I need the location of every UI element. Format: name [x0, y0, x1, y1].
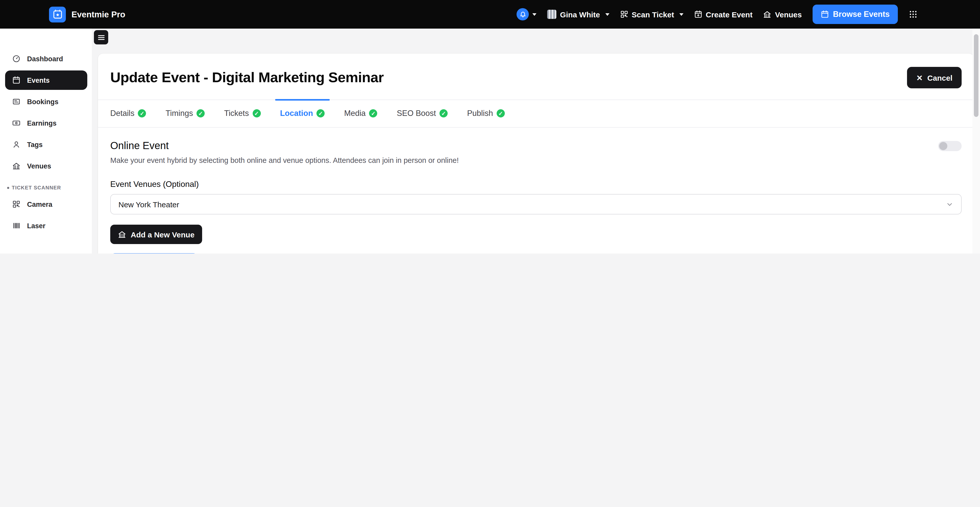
check-circle-icon	[197, 109, 205, 118]
vertical-scrollbar[interactable]	[972, 29, 980, 254]
add-venue-button[interactable]: Add a New Venue	[110, 225, 202, 244]
navbar-actions: Gina White Scan Ticket Create Event	[517, 5, 918, 24]
chevron-down-icon	[946, 200, 953, 208]
sidebar-item-label: Venues	[27, 162, 51, 170]
chevron-down-icon	[679, 13, 683, 16]
brand-logo-icon	[49, 6, 66, 22]
top-navbar: Eventmie Pro Gina White Scan T	[0, 0, 980, 29]
sidebar-item-label: Tags	[27, 141, 43, 148]
add-venue-label: Add a New Venue	[130, 230, 194, 239]
sidebar-section-ticket-scanner: Ticket Scanner	[7, 185, 87, 190]
scrollbar-thumb[interactable]	[974, 34, 978, 117]
check-circle-icon	[439, 109, 448, 118]
bookings-icon	[12, 97, 21, 106]
building-icon	[118, 230, 126, 238]
tab-label: SEO Boost	[397, 109, 436, 118]
sidebar-section-label: Ticket Scanner	[12, 185, 61, 190]
person-icon	[12, 140, 21, 148]
create-event-label: Create Event	[706, 10, 752, 19]
app-window: Eventmie Pro Gina White Scan T	[0, 0, 980, 254]
brand[interactable]: Eventmie Pro	[49, 6, 125, 22]
gauge-icon	[12, 55, 21, 63]
venue-select[interactable]: New York Theater	[110, 194, 962, 214]
page-title: Update Event - Digital Marketing Seminar	[110, 69, 383, 86]
sidebar-item-venues[interactable]: Venues	[5, 156, 87, 175]
sidebar-item-camera[interactable]: Camera	[5, 195, 87, 214]
sidebar-item-laser[interactable]: Laser	[5, 216, 87, 235]
sidebar: Dashboard Events Bookings Earnings	[0, 29, 92, 254]
calendar-plus-icon	[694, 10, 702, 18]
hamburger-icon	[97, 33, 105, 41]
online-event-title: Online Event	[110, 140, 169, 151]
sidebar-item-earnings[interactable]: Earnings	[5, 113, 87, 133]
tab-label: Location	[280, 109, 313, 118]
create-event-link[interactable]: Create Event	[694, 10, 752, 19]
tab-label: Tickets	[224, 109, 249, 118]
banknote-icon	[12, 119, 21, 127]
sidebar-item-label: Bookings	[27, 98, 59, 105]
save-changes-button[interactable]: Save Changes	[110, 253, 198, 254]
venue-select-value: New York Theater	[118, 200, 179, 209]
tab-label: Media	[344, 109, 366, 118]
building-icon	[12, 162, 21, 170]
qr-icon	[12, 200, 21, 208]
user-menu[interactable]: Gina White	[547, 10, 609, 19]
check-circle-icon	[252, 109, 261, 118]
chevron-down-icon	[605, 13, 609, 16]
tab-label: Publish	[467, 109, 493, 118]
close-icon: ✕	[916, 74, 923, 81]
sidebar-item-tags[interactable]: Tags	[5, 135, 87, 154]
wizard-tabs: Details Timings Tickets Location	[98, 100, 974, 128]
user-avatar	[547, 10, 556, 19]
sidebar-toggle-button[interactable]	[94, 30, 108, 45]
tab-timings[interactable]: Timings	[165, 109, 205, 118]
calendar-icon	[12, 76, 21, 84]
tab-media[interactable]: Media	[344, 109, 377, 118]
tab-publish[interactable]: Publish	[467, 109, 505, 118]
tab-label: Details	[110, 109, 135, 118]
scan-ticket-label: Scan Ticket	[632, 10, 674, 19]
user-name: Gina White	[560, 10, 600, 19]
check-circle-icon	[317, 109, 325, 118]
sidebar-item-label: Dashboard	[27, 55, 63, 62]
scan-ticket-menu[interactable]: Scan Ticket	[620, 10, 683, 19]
browse-events-button[interactable]: Browse Events	[813, 5, 898, 24]
tab-label: Timings	[165, 109, 193, 118]
cancel-label: Cancel	[928, 73, 953, 82]
tab-tickets[interactable]: Tickets	[224, 109, 261, 118]
apps-grid-icon[interactable]	[908, 10, 918, 19]
main-content: Update Event - Digital Marketing Seminar…	[92, 29, 980, 254]
cancel-button[interactable]: ✕ Cancel	[907, 67, 962, 88]
location-tab-panel: Online Event Make your event hybrid by s…	[98, 128, 974, 254]
sidebar-item-bookings[interactable]: Bookings	[5, 92, 87, 111]
sidebar-item-dashboard[interactable]: Dashboard	[5, 49, 87, 69]
tab-details[interactable]: Details	[110, 109, 146, 118]
barcode-icon	[12, 222, 21, 230]
brand-name: Eventmie Pro	[72, 10, 125, 19]
chevron-down-icon	[532, 13, 536, 16]
check-circle-icon	[369, 109, 377, 118]
card-header: Update Event - Digital Marketing Seminar…	[98, 54, 974, 100]
venue-field-label: Event Venues (Optional)	[110, 180, 962, 189]
sidebar-item-label: Events	[27, 77, 50, 84]
browse-events-label: Browse Events	[833, 10, 890, 19]
venues-label: Venues	[775, 10, 802, 19]
online-event-toggle[interactable]	[938, 141, 962, 151]
sidebar-item-label: Laser	[27, 222, 45, 230]
sidebar-item-label: Earnings	[27, 119, 57, 127]
check-circle-icon	[496, 109, 505, 118]
notifications-menu[interactable]	[517, 8, 536, 21]
check-circle-icon	[138, 109, 146, 118]
tab-seo-boost[interactable]: SEO Boost	[397, 109, 448, 118]
update-event-card: Update Event - Digital Marketing Seminar…	[98, 54, 974, 254]
bell-icon	[517, 8, 529, 21]
online-event-description: Make your event hybrid by selecting both…	[110, 156, 962, 164]
calendar-icon	[821, 10, 829, 18]
tab-location[interactable]: Location	[280, 109, 325, 118]
sidebar-item-label: Camera	[27, 200, 52, 208]
bullet-icon	[7, 187, 9, 189]
toggle-knob	[939, 142, 947, 150]
sidebar-item-events[interactable]: Events	[5, 70, 87, 90]
venues-link[interactable]: Venues	[763, 10, 802, 19]
qr-icon	[620, 10, 628, 18]
